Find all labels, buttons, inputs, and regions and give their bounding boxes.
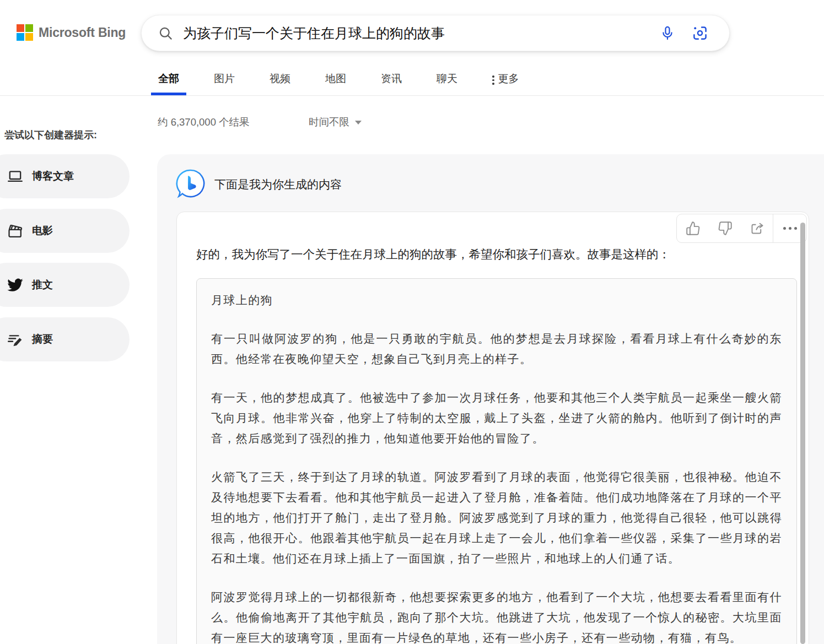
logo-text: Microsoft Bing — [39, 25, 126, 40]
tabs-divider — [0, 95, 824, 96]
microsoft-bing-logo[interactable]: Microsoft Bing — [17, 24, 126, 41]
tab-chat[interactable]: 聊天 — [437, 67, 457, 95]
microsoft-logo-icon — [17, 24, 33, 41]
visual-search-camera-icon[interactable] — [692, 25, 708, 41]
sidebar-item-tweet[interactable]: 推文 — [0, 263, 130, 307]
search-tabs: 全部 图片 视频 地图 资讯 聊天 更多 — [158, 67, 519, 95]
sidebar-item-blog-post[interactable]: 博客文章 — [0, 154, 130, 198]
twitter-bird-icon — [7, 277, 24, 294]
search-bar — [141, 15, 730, 51]
search-icon — [158, 26, 173, 41]
answer-toolbar — [676, 214, 807, 243]
tab-more[interactable]: 更多 — [492, 67, 519, 95]
sidebar-item-label: 摘要 — [32, 332, 53, 347]
story-paragraph: 火箭飞了三天，终于到达了月球的轨道。阿波罗看到了月球的表面，他觉得它很美丽，也很… — [211, 467, 782, 569]
answer-card: 好的，我为你写了一个关于住在月球上的狗的故事，希望你和孩子们喜欢。故事是这样的：… — [176, 212, 809, 644]
tab-images[interactable]: 图片 — [214, 67, 235, 95]
bing-search-page: Microsoft Bing — [0, 0, 824, 644]
tab-videos[interactable]: 视频 — [270, 67, 290, 95]
story-paragraph: 阿波罗觉得月球上的一切都很新奇，他想要探索更多的地方，他看到了一个大坑，他想要去… — [211, 587, 782, 644]
caret-down-icon — [355, 121, 362, 125]
answer-intro-text: 好的，我为你写了一个关于住在月球上的狗的故事，希望你和孩子们喜欢。故事是这样的： — [196, 246, 791, 262]
tab-news[interactable]: 资讯 — [381, 67, 402, 95]
microphone-icon[interactable] — [660, 25, 675, 41]
story-paragraph: 有一天，他的梦想成真了。他被选中了参加一次月球任务，他要和其他三个人类宇航员一起… — [211, 388, 782, 449]
bing-chat-bubble-icon — [175, 169, 206, 201]
tab-all[interactable]: 全部 — [158, 67, 179, 95]
story-paragraph: 有一只叫做阿波罗的狗，他是一只勇敢的宇航员。他的梦想是去月球探险，看看月球上有什… — [211, 329, 782, 370]
thumbs-up-button[interactable] — [677, 214, 709, 242]
thumbs-down-button[interactable] — [709, 214, 741, 242]
share-button[interactable] — [741, 214, 773, 242]
clapperboard-icon — [7, 223, 24, 240]
search-input[interactable] — [183, 25, 660, 41]
sidebar-item-movie[interactable]: 电影 — [0, 209, 130, 253]
laptop-icon — [7, 168, 24, 185]
generated-content-title: 下面是我为你生成的内容 — [214, 177, 342, 192]
sidebar-item-summary[interactable]: 摘要 — [0, 317, 130, 361]
sidebar-item-label: 博客文章 — [32, 169, 74, 183]
story-box: 月球上的狗 有一只叫做阿波罗的狗，他是一只勇敢的宇航员。他的梦想是去月球探险，看… — [196, 278, 797, 644]
story-title: 月球上的狗 — [211, 290, 782, 311]
tab-maps[interactable]: 地图 — [325, 67, 346, 95]
content-scrollbar[interactable] — [800, 223, 805, 644]
sidebar-item-label: 推文 — [32, 278, 53, 292]
results-count: 约 6,370,000 个结果 — [158, 115, 250, 129]
time-filter-dropdown[interactable]: 时间不限 — [309, 115, 362, 129]
more-dots-icon — [783, 227, 797, 230]
vertical-dots-icon — [492, 75, 494, 85]
summary-pen-icon — [7, 331, 24, 348]
generated-content-header: 下面是我为你生成的内容 — [175, 169, 342, 201]
sidebar-item-label: 电影 — [32, 224, 53, 238]
creator-prompts-heading: 尝试以下创建器提示: — [4, 128, 97, 142]
